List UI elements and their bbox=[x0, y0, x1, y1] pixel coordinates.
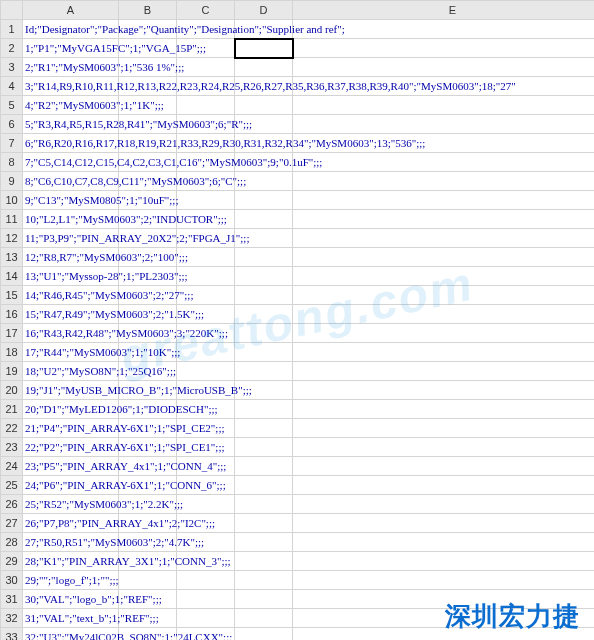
cell[interactable] bbox=[119, 248, 177, 267]
cell[interactable] bbox=[119, 571, 177, 590]
cell[interactable]: 19;"J1";"MyUSB_MICRO_B";1;"MicroUSB_B";;… bbox=[23, 381, 119, 400]
cell[interactable] bbox=[235, 400, 293, 419]
cell[interactable]: 3;"R14,R9,R10,R11,R12,R13,R22,R23,R24,R2… bbox=[23, 77, 119, 96]
cell[interactable] bbox=[177, 229, 235, 248]
cell[interactable]: 15;"R47,R49";"MySM0603";2;"1.5K";;; bbox=[23, 305, 119, 324]
cell[interactable] bbox=[177, 362, 235, 381]
cell[interactable]: Id;"Designator";"Package";"Quantity";"De… bbox=[23, 20, 119, 39]
cell[interactable] bbox=[119, 96, 177, 115]
row-header[interactable]: 27 bbox=[1, 514, 23, 533]
row-header[interactable]: 19 bbox=[1, 362, 23, 381]
row-header[interactable]: 1 bbox=[1, 20, 23, 39]
row-header[interactable]: 15 bbox=[1, 286, 23, 305]
cell[interactable] bbox=[293, 305, 595, 324]
row-header[interactable]: 10 bbox=[1, 191, 23, 210]
cell[interactable] bbox=[293, 552, 595, 571]
cell[interactable] bbox=[293, 571, 595, 590]
cell[interactable] bbox=[235, 20, 293, 39]
cell[interactable]: 9;"C13";"MySM0805";1;"10uF";;; bbox=[23, 191, 119, 210]
cell[interactable]: 26;"P7,P8";"PIN_ARRAY_4x1";2;"I2C";;; bbox=[23, 514, 119, 533]
row-header[interactable]: 32 bbox=[1, 609, 23, 628]
row-header[interactable]: 29 bbox=[1, 552, 23, 571]
cell[interactable] bbox=[119, 77, 177, 96]
cell[interactable] bbox=[177, 58, 235, 77]
cell[interactable]: 16;"R43,R42,R48";"MySM0603";3;"220K";;; bbox=[23, 324, 119, 343]
row-header[interactable]: 20 bbox=[1, 381, 23, 400]
cell[interactable]: 8;"C6,C10,C7,C8,C9,C11";"MySM0603";6;"C"… bbox=[23, 172, 119, 191]
row-header[interactable]: 30 bbox=[1, 571, 23, 590]
cell[interactable] bbox=[235, 609, 293, 628]
cell[interactable] bbox=[293, 343, 595, 362]
cell[interactable] bbox=[235, 229, 293, 248]
cell[interactable] bbox=[177, 343, 235, 362]
cell[interactable] bbox=[293, 324, 595, 343]
cell[interactable]: 11;"P3,P9";"PIN_ARRAY_20X2";2;"FPGA_J1";… bbox=[23, 229, 119, 248]
cell[interactable] bbox=[177, 267, 235, 286]
cell[interactable] bbox=[177, 419, 235, 438]
cell[interactable]: 13;"U1";"Myssop-28";1;"PL2303";;; bbox=[23, 267, 119, 286]
cell[interactable]: 7;"C5,C14,C12,C15,C4,C2,C3,C1,C16";"MySM… bbox=[23, 153, 119, 172]
cell[interactable] bbox=[119, 58, 177, 77]
cell[interactable] bbox=[293, 115, 595, 134]
cell[interactable]: 4;"R2";"MySM0603";1;"1K";;; bbox=[23, 96, 119, 115]
row-header[interactable]: 18 bbox=[1, 343, 23, 362]
cell[interactable] bbox=[177, 172, 235, 191]
cell[interactable] bbox=[235, 495, 293, 514]
cell[interactable] bbox=[293, 134, 595, 153]
cell[interactable] bbox=[235, 115, 293, 134]
cell[interactable] bbox=[235, 58, 293, 77]
row-header[interactable]: 25 bbox=[1, 476, 23, 495]
cell[interactable] bbox=[235, 514, 293, 533]
cell[interactable] bbox=[119, 552, 177, 571]
cell[interactable] bbox=[293, 457, 595, 476]
cell[interactable] bbox=[119, 267, 177, 286]
cell[interactable] bbox=[119, 514, 177, 533]
cell[interactable]: 14;"R46,R45";"MySM0603";2;"27";;; bbox=[23, 286, 119, 305]
cell[interactable] bbox=[235, 324, 293, 343]
row-header[interactable]: 33 bbox=[1, 628, 23, 641]
cell[interactable] bbox=[235, 248, 293, 267]
cell[interactable] bbox=[177, 552, 235, 571]
cell[interactable] bbox=[235, 571, 293, 590]
row-header[interactable]: 22 bbox=[1, 419, 23, 438]
cell[interactable] bbox=[235, 96, 293, 115]
cell[interactable] bbox=[293, 191, 595, 210]
cell[interactable] bbox=[119, 362, 177, 381]
cell[interactable] bbox=[119, 134, 177, 153]
cell[interactable] bbox=[177, 77, 235, 96]
cell[interactable]: 25;"R52";"MySM0603";1;"2.2K";;; bbox=[23, 495, 119, 514]
cell[interactable] bbox=[119, 628, 177, 641]
cell[interactable] bbox=[119, 400, 177, 419]
cell[interactable] bbox=[293, 381, 595, 400]
cell[interactable]: 21;"P4";"PIN_ARRAY-6X1";1;"SPI_CE2";;; bbox=[23, 419, 119, 438]
row-header[interactable]: 26 bbox=[1, 495, 23, 514]
spreadsheet-grid[interactable]: A B C D E 1Id;"Designator";"Package";"Qu… bbox=[0, 0, 594, 640]
col-header[interactable]: D bbox=[235, 1, 293, 20]
row-header[interactable]: 2 bbox=[1, 39, 23, 58]
cell[interactable] bbox=[177, 305, 235, 324]
col-header[interactable]: C bbox=[177, 1, 235, 20]
cell[interactable] bbox=[119, 305, 177, 324]
cell[interactable] bbox=[177, 115, 235, 134]
cell[interactable] bbox=[177, 39, 235, 58]
cell[interactable] bbox=[119, 343, 177, 362]
cell[interactable] bbox=[293, 362, 595, 381]
cell[interactable] bbox=[293, 39, 595, 58]
cell[interactable] bbox=[119, 172, 177, 191]
cell[interactable]: 5;"R3,R4,R5,R15,R28,R41";"MySM0603";6;"R… bbox=[23, 115, 119, 134]
row-header[interactable]: 5 bbox=[1, 96, 23, 115]
row-header[interactable]: 9 bbox=[1, 172, 23, 191]
cell[interactable] bbox=[293, 514, 595, 533]
row-header[interactable]: 6 bbox=[1, 115, 23, 134]
cell[interactable] bbox=[177, 609, 235, 628]
cell[interactable]: 27;"R50,R51";"MySM0603";2;"4.7K";;; bbox=[23, 533, 119, 552]
cell[interactable] bbox=[293, 533, 595, 552]
cell[interactable] bbox=[119, 476, 177, 495]
row-header[interactable]: 7 bbox=[1, 134, 23, 153]
cell[interactable]: 12;"R8,R7";"MySM0603";2;"100";;; bbox=[23, 248, 119, 267]
cell[interactable] bbox=[293, 248, 595, 267]
cell[interactable] bbox=[177, 571, 235, 590]
cell[interactable]: 30;"VAL";"logo_b";1;"REF";;; bbox=[23, 590, 119, 609]
cell[interactable] bbox=[119, 381, 177, 400]
cell[interactable] bbox=[177, 628, 235, 641]
